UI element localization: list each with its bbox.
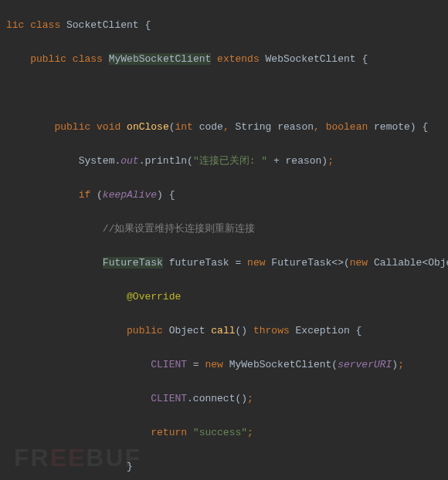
code-line: System.out.println("连接已关闭: " + reason);	[6, 153, 442, 170]
code-editor[interactable]: lic class SocketClient { public class My…	[0, 0, 448, 480]
code-line: //如果设置维持长连接则重新连接	[6, 221, 442, 238]
code-line: if (keepAlive) {	[6, 187, 442, 204]
code-line: @Override	[6, 289, 442, 306]
code-line: FutureTask futureTask = new FutureTask<>…	[6, 255, 442, 272]
code-line: CLIENT = new MyWebSocketClient(serverURI…	[6, 357, 442, 374]
code-line	[6, 85, 442, 102]
code-line: public Object call() throws Exception {	[6, 323, 442, 340]
code-line: lic class SocketClient {	[6, 17, 442, 34]
code-line: return "success";	[6, 424, 442, 441]
code-line: public class MyWebSocketClient extends W…	[6, 51, 442, 68]
code-line: public void onClose(int code, String rea…	[6, 119, 442, 136]
code-line: }	[6, 458, 442, 475]
code-line: CLIENT.connect();	[6, 390, 442, 407]
